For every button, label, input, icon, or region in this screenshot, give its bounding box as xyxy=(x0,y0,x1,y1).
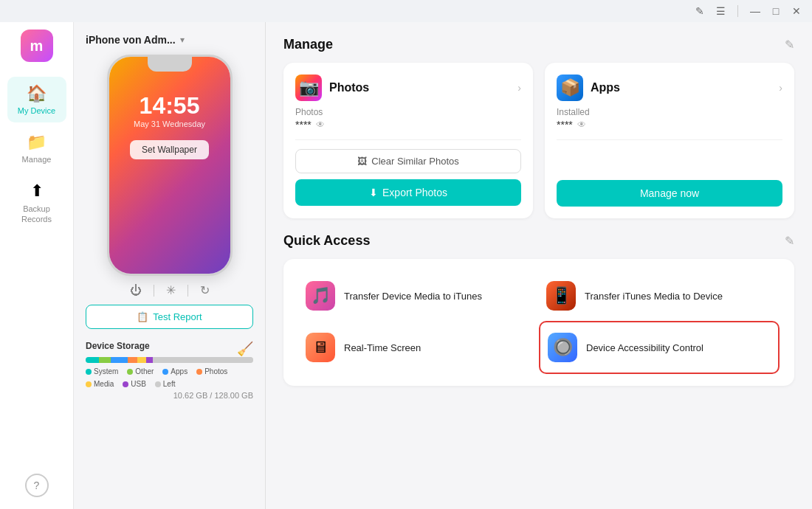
storage-bar xyxy=(86,357,253,363)
legend-left: Left xyxy=(155,380,176,388)
photos-divider xyxy=(295,139,521,140)
legend-other: Other xyxy=(127,367,154,375)
sidebar-item-manage[interactable]: 📁 Manage xyxy=(7,125,66,171)
device-storage-section: Device Storage 🧹 System xyxy=(86,341,253,400)
sidebar-label-backup: BackupRecords xyxy=(21,204,52,225)
manage-cards-row: 📷 Photos › Photos **** 👁 🖼 Clear Similar… xyxy=(283,63,794,218)
maximize-icon[interactable]: □ xyxy=(769,4,782,18)
storage-title: Device Storage xyxy=(86,341,150,351)
sidebar-label-manage: Manage xyxy=(22,155,52,164)
screen-icon: 🖥 xyxy=(306,333,335,362)
chevron-down-icon: ▾ xyxy=(180,35,185,45)
photos-title-row: 📷 Photos xyxy=(295,75,369,101)
legend-dot-apps xyxy=(162,369,168,375)
brightness-icon[interactable]: ✳ xyxy=(166,283,176,297)
app-logo: m xyxy=(21,30,53,62)
main-layout: m 🏠 My Device 📁 Manage ⬆ BackupRecords ?… xyxy=(0,22,812,509)
manage-title: Manage xyxy=(283,37,333,52)
apps-eye-icon[interactable]: 👁 xyxy=(577,120,586,130)
apps-card: 📦 Apps › Installed **** 👁 Manage now xyxy=(545,63,794,218)
legend-system: System xyxy=(86,367,118,375)
qa-item-device-accessibility[interactable]: 🔘 Device Accessibility Control xyxy=(539,321,780,374)
titlebar: ✎ ☰ — □ ✕ xyxy=(0,0,812,22)
rotate-icon[interactable]: ↻ xyxy=(200,283,210,297)
legend-dot-other xyxy=(127,369,133,375)
qa-item-real-time-screen[interactable]: 🖥 Real-Time Screen xyxy=(298,321,539,374)
storage-total: 10.62 GB / 128.00 GB xyxy=(86,391,253,400)
legend-label-left: Left xyxy=(163,380,176,388)
legend-dot-left xyxy=(155,381,161,387)
titlebar-separator xyxy=(737,5,738,17)
backup-icon: ⬆ xyxy=(30,181,44,201)
legend-usb: USB xyxy=(123,380,146,388)
apps-card-header: 📦 Apps › xyxy=(557,75,782,101)
qa-label-transfer-device-itunes: Transfer Device Media to iTunes xyxy=(344,291,482,302)
qa-label-transfer-itunes-device: Transfer iTunes Media to Device xyxy=(585,291,723,302)
quick-access-grid: 🎵 Transfer Device Media to iTunes 📱 Tran… xyxy=(298,271,780,374)
qa-item-transfer-device-itunes[interactable]: 🎵 Transfer Device Media to iTunes xyxy=(298,271,539,321)
legend-dot-system xyxy=(86,369,92,375)
broom-icon[interactable]: 🧹 xyxy=(237,341,253,357)
apps-card-title: Apps xyxy=(591,81,620,94)
manage-now-button[interactable]: Manage now xyxy=(557,180,782,207)
device-selector[interactable]: iPhone von Adm... ▾ xyxy=(86,34,253,46)
legend-label-apps: Apps xyxy=(171,367,187,375)
manage-section-header: Manage ✎ xyxy=(283,37,794,52)
help-button[interactable]: ? xyxy=(25,474,49,497)
qa-label-real-time-screen: Real-Time Screen xyxy=(344,342,421,353)
sidebar-item-my-device[interactable]: 🏠 My Device xyxy=(7,77,66,122)
close-icon[interactable]: ✕ xyxy=(790,4,803,18)
clear-label: Clear Similar Photos xyxy=(371,156,459,167)
apps-icon: 📦 xyxy=(557,75,583,101)
phone-date: May 31 Wednesday xyxy=(134,120,205,128)
clipboard-icon: 📋 xyxy=(137,311,148,322)
quick-access-title: Quick Access xyxy=(283,233,370,249)
controls-separator-2 xyxy=(187,285,188,297)
menu-icon[interactable]: ☰ xyxy=(714,4,727,18)
export-label: Export Photos xyxy=(382,187,447,198)
storage-left xyxy=(153,357,253,363)
clear-similar-photos-button[interactable]: 🖼 Clear Similar Photos xyxy=(295,149,521,173)
qa-item-transfer-itunes-device[interactable]: 📱 Transfer iTunes Media to Device xyxy=(539,271,780,321)
quick-access-edit-icon[interactable]: ✎ xyxy=(785,234,794,248)
photos-card: 📷 Photos › Photos **** 👁 🖼 Clear Similar… xyxy=(283,63,533,218)
storage-legend: System Other Apps Photos xyxy=(86,367,253,388)
phone-frame: 14:55 May 31 Wednesday Set Wallpaper xyxy=(107,55,233,276)
sidebar: m 🏠 My Device 📁 Manage ⬆ BackupRecords ? xyxy=(0,22,74,509)
home-icon: 🏠 xyxy=(27,84,47,103)
sidebar-item-backup[interactable]: ⬆ BackupRecords xyxy=(7,174,66,232)
photos-arrow-icon[interactable]: › xyxy=(517,82,521,94)
storage-photos xyxy=(128,357,138,363)
set-wallpaper-button[interactable]: Set Wallpaper xyxy=(130,140,209,159)
legend-dot-usb xyxy=(123,381,128,387)
folder-icon: 📁 xyxy=(27,133,47,152)
edit-icon[interactable]: ✎ xyxy=(693,4,706,18)
clear-icon: 🖼 xyxy=(357,156,367,167)
storage-usb xyxy=(146,357,153,363)
legend-label-media: Media xyxy=(94,380,114,388)
export-icon: ⬇ xyxy=(369,187,378,198)
accessibility-icon: 🔘 xyxy=(548,333,577,362)
photos-dots: **** xyxy=(295,119,312,131)
minimize-icon[interactable]: — xyxy=(749,4,762,18)
storage-other xyxy=(99,357,111,363)
photos-eye-icon[interactable]: 👁 xyxy=(316,120,325,130)
storage-media xyxy=(137,357,145,363)
manage-edit-icon[interactable]: ✎ xyxy=(785,38,794,52)
apps-title-row: 📦 Apps xyxy=(557,75,620,101)
quick-access-card: 🎵 Transfer Device Media to iTunes 📱 Tran… xyxy=(283,259,794,386)
apps-dots: **** xyxy=(557,119,573,131)
apps-arrow-icon[interactable]: › xyxy=(779,82,782,94)
test-report-button[interactable]: 📋 Test Report xyxy=(86,305,253,329)
legend-apps: Apps xyxy=(162,367,187,375)
device-name: iPhone von Adm... xyxy=(86,34,176,46)
power-icon[interactable]: ⏻ xyxy=(130,284,142,297)
legend-photos: Photos xyxy=(196,367,227,375)
photos-sub-label: Photos xyxy=(295,107,521,117)
legend-label-system: System xyxy=(94,367,118,375)
itunes-icon: 🎵 xyxy=(306,281,335,311)
legend-label-usb: USB xyxy=(131,380,146,388)
export-photos-button[interactable]: ⬇ Export Photos xyxy=(295,179,521,206)
sidebar-label-my-device: My Device xyxy=(18,106,55,115)
phone-controls: ⏻ ✳ ↻ xyxy=(86,283,253,297)
